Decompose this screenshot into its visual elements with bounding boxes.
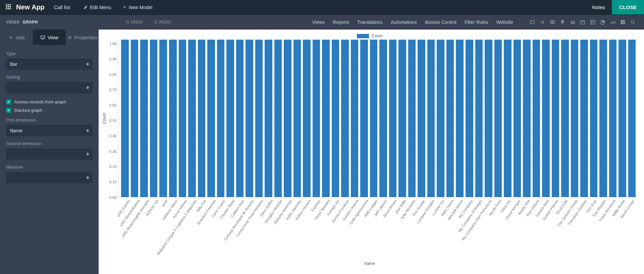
bar[interactable] (198, 40, 206, 197)
stacked-graph-checkbox[interactable]: Stacked graph (6, 108, 93, 113)
bar[interactable] (255, 40, 263, 197)
new-model-button[interactable]: New Model (122, 5, 152, 10)
bar[interactable] (274, 40, 282, 197)
y-tick: 1.00 (109, 42, 116, 46)
bar[interactable] (561, 40, 569, 197)
bar[interactable] (379, 40, 387, 197)
bar[interactable] (284, 40, 291, 197)
bar[interactable] (609, 40, 617, 197)
grid-icon[interactable] (620, 19, 626, 25)
redo-button[interactable]: REDO (153, 20, 171, 25)
menu-reports[interactable]: Reports (333, 19, 349, 25)
menu-views[interactable]: Views (312, 19, 325, 25)
bar[interactable] (360, 40, 368, 197)
plot-area[interactable] (118, 40, 638, 197)
bar[interactable] (293, 40, 301, 197)
x-tick: Jesse Brown (390, 197, 398, 265)
bar[interactable] (303, 40, 311, 197)
tab-view[interactable]: View (33, 30, 66, 45)
chart-legend[interactable]: Count (101, 34, 638, 38)
x-tick: Willie Burke (619, 197, 626, 265)
bar[interactable] (140, 40, 148, 197)
svg-rect-9 (530, 20, 534, 24)
bar[interactable] (226, 40, 234, 197)
bar[interactable] (599, 40, 607, 197)
bar[interactable] (207, 40, 215, 197)
menu-automations[interactable]: Automations (391, 19, 417, 25)
search-icon[interactable] (630, 19, 636, 25)
notes-button[interactable]: Notes (585, 0, 612, 14)
bar[interactable] (437, 40, 444, 197)
page-title[interactable]: Call list (54, 4, 70, 10)
bar[interactable] (398, 40, 406, 197)
bar[interactable] (351, 40, 359, 197)
bar[interactable] (370, 40, 378, 197)
map-icon[interactable] (560, 19, 565, 25)
first-dimension-select[interactable]: Name (6, 125, 93, 136)
measure-select[interactable] (6, 172, 93, 183)
bar[interactable] (408, 40, 416, 197)
edit-menu-button[interactable]: Edit Menu (84, 5, 111, 10)
y-tick: 0.80 (109, 73, 116, 77)
bar[interactable] (571, 40, 579, 197)
bar[interactable] (590, 40, 598, 197)
bar[interactable] (389, 40, 397, 197)
bar[interactable] (313, 40, 320, 197)
bar[interactable] (265, 40, 272, 197)
bar[interactable] (188, 40, 196, 197)
bar[interactable] (341, 40, 349, 197)
bar[interactable] (418, 40, 425, 197)
bar[interactable] (628, 40, 636, 197)
bar[interactable] (246, 40, 253, 197)
app-title[interactable]: New App (16, 3, 45, 11)
bar[interactable] (485, 40, 492, 197)
bar[interactable] (217, 40, 225, 197)
bar[interactable] (332, 40, 339, 197)
bar[interactable] (523, 40, 531, 197)
pivot-icon[interactable] (590, 19, 595, 25)
menu-translations[interactable]: Translations (357, 19, 383, 25)
apps-icon[interactable] (5, 4, 16, 11)
bar[interactable] (494, 40, 502, 197)
close-button[interactable]: CLOSE (612, 0, 644, 14)
menu-filter-rules[interactable]: Filter Rules (465, 19, 488, 25)
x-tick: Lorraine Douglas (428, 197, 436, 265)
dashboard-icon[interactable] (600, 19, 605, 25)
bar[interactable] (580, 40, 588, 197)
bar[interactable] (504, 40, 512, 197)
bar[interactable] (131, 40, 139, 197)
tab-properties[interactable]: Properties (66, 30, 99, 45)
tab-add[interactable]: Add (0, 30, 33, 45)
bar[interactable] (150, 40, 158, 197)
type-select[interactable]: Bar (6, 58, 93, 70)
bar[interactable] (475, 40, 483, 197)
graph-icon[interactable] (570, 19, 575, 25)
list-icon[interactable] (540, 19, 545, 25)
access-records-checkbox[interactable]: Access records from graph (6, 99, 93, 104)
sorting-select[interactable] (6, 82, 93, 93)
undo-button[interactable]: UNDO (125, 20, 143, 25)
bar[interactable] (121, 40, 129, 197)
kanban-icon[interactable] (550, 19, 555, 25)
menu-website[interactable]: Website (496, 19, 513, 25)
bar[interactable] (514, 40, 521, 197)
bar[interactable] (236, 40, 244, 197)
bar[interactable] (542, 40, 550, 197)
bar[interactable] (533, 40, 540, 197)
bar[interactable] (169, 40, 177, 197)
bar[interactable] (159, 40, 167, 197)
bar[interactable] (552, 40, 559, 197)
bar[interactable] (427, 40, 435, 197)
bar[interactable] (456, 40, 464, 197)
bar[interactable] (322, 40, 330, 197)
form-view-icon[interactable] (530, 19, 535, 25)
bar[interactable] (619, 40, 626, 197)
calendar-icon[interactable] (580, 19, 585, 25)
crumb-views[interactable]: VIEWS (6, 20, 19, 25)
menu-access-control[interactable]: Access Control (425, 19, 457, 25)
second-dimension-select[interactable] (6, 148, 93, 160)
cohort-icon[interactable] (610, 19, 615, 25)
bar[interactable] (179, 40, 186, 197)
bar[interactable] (466, 40, 473, 197)
bar[interactable] (446, 40, 454, 197)
